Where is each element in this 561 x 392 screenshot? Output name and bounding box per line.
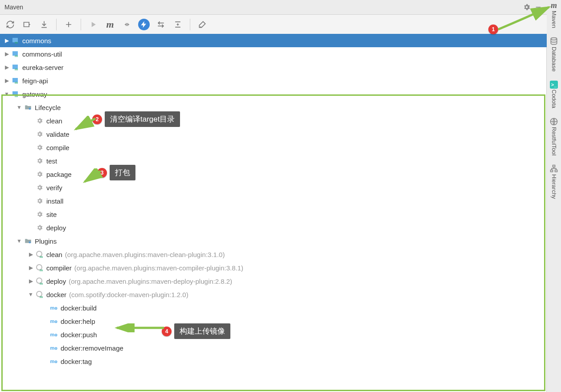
show-dependency-button[interactable] [153,17,168,32]
lifecycle-goal-site[interactable]: site [0,208,547,221]
chevron-right-icon: ▶ [2,37,12,44]
goal-name: docker:help [61,318,95,325]
project-commons[interactable]: ▶ m commons [0,34,547,47]
plugin-name: compiler [46,264,72,272]
chevron-icon: ▶ [26,278,36,284]
maven-toolbar: m [0,15,547,35]
execute-goal-button[interactable]: m [102,17,118,32]
refresh-button[interactable] [3,17,18,32]
globe-icon [549,117,558,126]
svg-rect-2 [553,165,555,167]
gear-icon [36,170,44,178]
tab-codota[interactable]: >_ Codota [550,81,558,108]
toggle-offline-button[interactable] [119,17,135,32]
lifecycle-goal-deploy[interactable]: deploy [0,221,547,234]
minimize-icon[interactable] [532,1,544,13]
lifecycle-goal-verify[interactable]: verify [0,181,547,194]
plugin-name: docker [46,291,66,298]
plugin-docker[interactable]: ▼mdocker(com.spotify:docker-maven-plugin… [0,288,547,301]
gear-icon [36,184,44,192]
svg-point-0 [551,38,557,40]
chevron-right-icon: ▶ [2,51,12,57]
panel-title: Maven [4,4,23,11]
run-button[interactable] [86,17,101,32]
plugin-goal-docker-build[interactable]: m⚙docker:build [0,301,547,314]
chevron-icon: ▶ [26,251,36,257]
plugin-compiler[interactable]: ▶mcompiler(org.apache.maven.plugins:mave… [0,261,547,274]
project-feign-api[interactable]: ▶ m feign-api [0,74,547,87]
plugin-icon: m [36,277,44,285]
lifecycle-goal-clean[interactable]: clean [0,114,547,127]
goal-name: validate [46,131,70,138]
plugin-deploy[interactable]: ▶mdeploy(org.apache.maven.plugins:maven-… [0,274,547,288]
maven-module-icon: m [12,50,20,58]
lifecycle-goal-test[interactable]: test [0,154,547,167]
goal-name: package [46,171,72,178]
chevron-down-icon: ▼ [14,104,24,110]
goal-name: install [46,197,63,205]
maven-module-icon: m [12,37,20,45]
chevron-icon: ▶ [26,265,36,271]
project-gateway[interactable]: ▼ m gateway [0,87,547,101]
lifecycle-goal-package[interactable]: package [0,167,547,181]
project-eureka-server[interactable]: ▶ m eureka-server [0,61,547,74]
chevron-down-icon: ▼ [2,91,12,97]
skip-tests-button[interactable] [138,19,150,30]
panel-title-bar: Maven [0,0,547,15]
plugins-label: Plugins [35,237,57,245]
gear-icon [36,157,44,165]
lifecycle-label: Lifecycle [35,104,61,111]
tab-database[interactable]: Database [549,37,558,72]
maven-settings-button[interactable] [195,17,210,32]
svg-text:m: m [15,81,18,85]
project-commons-util[interactable]: ▶ m commons-util [0,47,547,61]
tab-hierarchy[interactable]: Hierarchy [549,164,558,199]
plugin-clean[interactable]: ▶mclean(org.apache.maven.plugins:maven-c… [0,248,547,261]
tab-maven[interactable]: m Maven [549,1,558,28]
tab-label: Maven [551,11,557,28]
plugin-goal-docker-removeImage[interactable]: m⚙docker:removeImage [0,341,547,355]
tab-restfultool[interactable]: RestfulTool [549,117,558,155]
project-name: commons [22,37,51,45]
add-button[interactable] [61,17,76,32]
plugin-goal-docker-push[interactable]: m⚙docker:push [0,328,547,341]
lifecycle-goal-validate[interactable]: validate [0,127,547,141]
folder-gear-icon [24,237,32,245]
goal-name: docker:build [61,304,97,312]
chevron-down-icon: ▼ [14,238,24,244]
right-tool-strip: m Maven Database >_ Codota RestfulTool H… [546,0,561,392]
project-name: commons-util [22,50,62,58]
tab-label: RestfulTool [551,127,557,155]
plugin-icon: m [36,290,44,298]
generate-sources-button[interactable] [20,17,35,32]
chevron-right-icon: ▶ [2,78,12,84]
lifecycle-node[interactable]: ▼ Lifecycle [0,101,547,114]
svg-point-16 [29,108,31,110]
lifecycle-goal-install[interactable]: install [0,194,547,208]
goal-name: test [46,157,57,165]
tab-label: Database [551,47,557,72]
plugin-goal-docker-tag[interactable]: m⚙docker:tag [0,355,547,368]
svg-text:m: m [15,94,18,98]
goal-name: clean [46,117,62,125]
maven-module-icon: m [12,90,20,98]
svg-point-17 [29,241,31,244]
lifecycle-goal-compile[interactable]: compile [0,141,547,154]
svg-rect-4 [555,170,557,172]
download-button[interactable] [37,17,52,32]
plugins-node[interactable]: ▼ Plugins [0,234,547,248]
svg-text:m: m [15,41,18,45]
codota-icon: >_ [550,81,558,89]
plugin-name: clean [46,251,62,258]
maven-goal-icon: m⚙ [50,331,58,339]
gear-icon [36,210,44,218]
goal-name: site [46,211,57,218]
svg-rect-3 [551,170,553,172]
settings-gear-icon[interactable] [521,1,532,13]
chevron-icon: ▼ [26,291,36,298]
collapse-all-button[interactable] [170,17,185,32]
plugin-goal-docker-help[interactable]: m⚙docker:help [0,314,547,328]
maven-module-icon: m [12,77,20,85]
svg-text:m: m [40,268,43,272]
gear-icon [36,117,44,125]
